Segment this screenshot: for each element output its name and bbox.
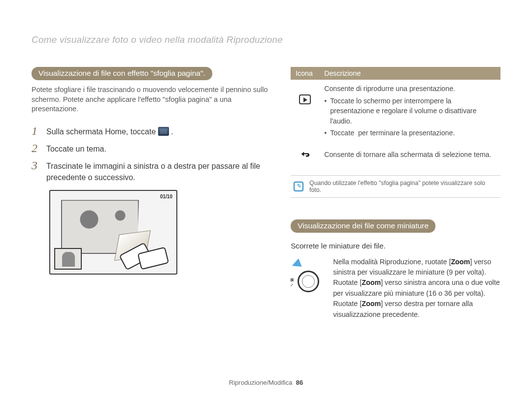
note-box: ✎ Quando utilizzate l'effetto "sfoglia p… — [291, 175, 500, 198]
two-column-layout: Visualizzazione di file con effetto "sfo… — [32, 67, 500, 320]
intro-paragraph: Potete sfogliare i file trascinando o mu… — [32, 85, 270, 114]
section-heading-flip-effect: Visualizzazione di file con effetto "sfo… — [32, 67, 212, 80]
album-app-icon — [158, 127, 169, 136]
row1-bullet-1: Toccate lo schermo per interrompere la p… — [324, 96, 496, 126]
step-1-before: Sulla schermata Home, toccate — [46, 127, 158, 136]
row1-bullets: Toccate lo schermo per interrompere la p… — [324, 96, 496, 140]
section-heading-thumbnails: Visualizzazione dei file come miniature — [291, 219, 435, 233]
step-1: 1 Sulla schermata Home, toccate . — [32, 125, 270, 137]
zoom-label: Zoom — [362, 300, 381, 308]
icon-description-table: Icona Descrizione Consente di riprodurre… — [291, 67, 500, 165]
step-2: 2 Toccate un tema. — [32, 142, 270, 154]
step-3: 3 Trascinate le immagini a sinistra o a … — [32, 159, 270, 183]
step-text: Toccate un tema. — [46, 142, 106, 154]
illustration-counter: 01/10 — [160, 194, 172, 199]
step-1-after: . — [171, 127, 173, 136]
row1-b2-before: Toccate — [330, 129, 356, 137]
step-number: 2 — [32, 142, 40, 154]
zoom-dial-icon: ▦⤢ — [298, 271, 319, 292]
t: Nella modalità Riproduzione, ruotate [ — [333, 258, 451, 266]
table-row: Consente di tornare alla schermata di se… — [291, 146, 500, 165]
play-slideshow-icon — [291, 80, 319, 146]
step-list: 1 Sulla schermata Home, toccate . 2 Tocc… — [32, 125, 270, 184]
table-header-description: Descrizione — [319, 67, 500, 80]
illustration-thumbnail — [54, 248, 82, 270]
step-number: 3 — [32, 159, 40, 171]
right-column: Icona Descrizione Consente di riprodurre… — [291, 67, 500, 320]
table-header-icon: Icona — [291, 67, 319, 80]
cell-description: Consente di tornare alla schermata di se… — [319, 146, 500, 165]
table-row: Consente di riprodurre una presentazione… — [291, 80, 500, 146]
step-number: 1 — [32, 125, 40, 137]
zoom-side-labels: ▦⤢ — [290, 277, 294, 288]
zoom-dial-illustration: ▦⤢ — [291, 257, 326, 292]
cell-description: Consente di riprodurre una presentazione… — [319, 80, 500, 146]
return-icon — [299, 150, 310, 158]
left-column: Visualizzazione di file con effetto "sfo… — [32, 67, 270, 320]
thumbnails-section: Visualizzazione dei file come miniature … — [291, 219, 500, 320]
zoom-instruction-row: ▦⤢ Nella modalità Riproduzione, ruotate … — [291, 257, 500, 320]
row1-title: Consente di riprodurre una presentazione… — [324, 85, 455, 93]
info-icon: ✎ — [294, 182, 303, 191]
arrow-left-icon — [290, 258, 301, 270]
play-icon — [299, 94, 311, 104]
return-icon-cell — [291, 146, 319, 165]
footer-section: Riproduzione/Modifica — [229, 379, 293, 386]
note-text: Quando utilizzate l'effetto "sfoglia pag… — [309, 180, 498, 193]
page-footer: Riproduzione/Modifica 86 — [0, 379, 532, 386]
flip-page-illustration: 01/10 — [49, 190, 177, 275]
footer-page-number: 86 — [296, 379, 303, 386]
manual-page: Come visualizzare foto o video nella mod… — [0, 0, 532, 401]
page-title: Come visualizzare foto o video nella mod… — [32, 34, 500, 45]
illustration-devices — [118, 243, 172, 271]
zoom-instruction-text: Nella modalità Riproduzione, ruotate [Zo… — [333, 257, 500, 320]
thumbnails-intro: Scorrete le miniature dei file. — [291, 242, 500, 250]
zoom-label: Zoom — [451, 258, 470, 266]
row1-bullet-2: Toccate per terminare la presentazione. — [324, 128, 496, 140]
step-text: Trascinate le immagini a sinistra o a de… — [46, 159, 270, 183]
step-text: Sulla schermata Home, toccate . — [46, 125, 173, 137]
row1-b2-after: per terminare la presentazione. — [358, 129, 455, 137]
zoom-label: Zoom — [362, 278, 381, 286]
